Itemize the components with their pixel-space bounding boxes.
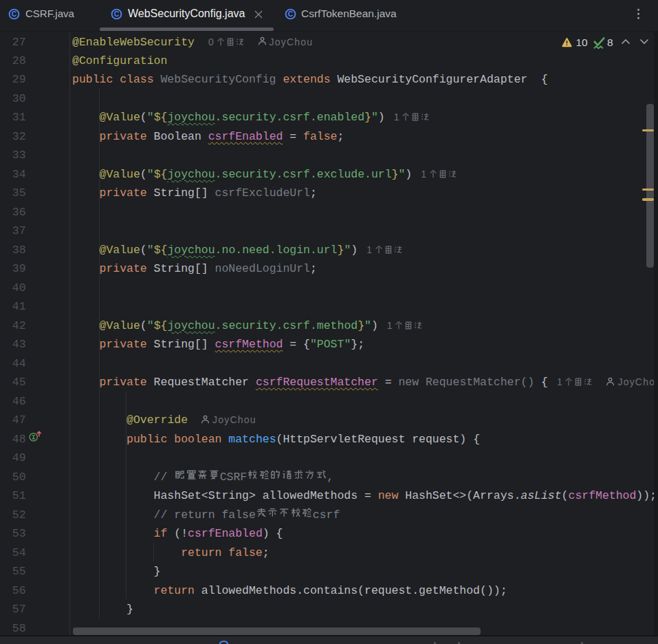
svg-text:C: C [288,10,294,18]
svg-text:C: C [12,10,17,18]
svg-text:C: C [114,10,120,18]
